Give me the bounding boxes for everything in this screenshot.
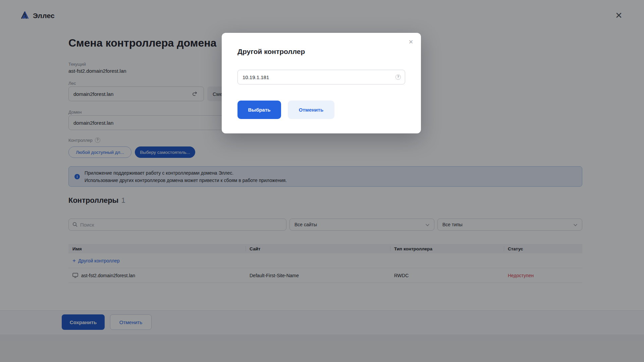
- modal-title: Другой контроллер: [237, 48, 305, 56]
- other-controller-modal: ✕ Другой контроллер ? Выбрать Отменить: [222, 33, 421, 133]
- select-button[interactable]: Выбрать: [237, 101, 281, 119]
- modal-cancel-button[interactable]: Отменить: [288, 101, 334, 119]
- controller-address-field: ?: [237, 70, 405, 84]
- modal-close-icon[interactable]: ✕: [408, 39, 414, 46]
- controller-address-input[interactable]: [237, 70, 405, 84]
- address-help-icon[interactable]: ?: [395, 74, 401, 80]
